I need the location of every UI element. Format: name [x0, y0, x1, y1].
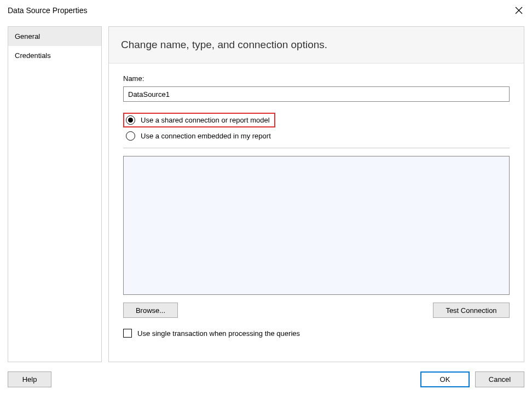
sidebar-item-label: General	[15, 32, 40, 40]
panel-body: Name: Use a shared connection or report …	[109, 63, 524, 362]
title-bar: Data Source Properties	[0, 0, 532, 21]
single-transaction-checkbox[interactable]: Use single transaction when processing t…	[123, 329, 510, 338]
name-input[interactable]	[123, 86, 510, 102]
sidebar-item-label: Credentials	[15, 51, 51, 60]
close-button[interactable]	[511, 3, 527, 18]
checkbox-label: Use single transaction when processing t…	[137, 329, 300, 338]
divider	[123, 148, 510, 148]
sidebar: General Credentials	[8, 26, 102, 362]
sidebar-item-credentials[interactable]: Credentials	[8, 46, 101, 65]
browse-button[interactable]: Browse...	[123, 303, 178, 318]
bottom-bar: Help OK Cancel	[8, 371, 524, 387]
bottom-right-buttons: OK Cancel	[420, 371, 524, 387]
connection-list[interactable]	[123, 156, 510, 295]
cancel-button[interactable]: Cancel	[475, 371, 524, 387]
radio-embedded-connection[interactable]: Use a connection embedded in my report	[123, 130, 275, 142]
content-panel: Change name, type, and connection option…	[108, 26, 524, 362]
radio-button-icon	[126, 131, 135, 141]
main-area: General Credentials Change name, type, a…	[8, 26, 524, 362]
test-connection-button[interactable]: Test Connection	[433, 303, 510, 318]
connection-type-radio-group: Use a shared connection or report model …	[123, 113, 510, 142]
close-icon	[515, 7, 523, 14]
window-title: Data Source Properties	[8, 6, 88, 15]
radio-shared-connection[interactable]: Use a shared connection or report model	[123, 113, 275, 127]
connection-button-row: Browse... Test Connection	[123, 303, 510, 318]
panel-heading: Change name, type, and connection option…	[109, 27, 524, 63]
ok-button[interactable]: OK	[420, 371, 470, 387]
radio-label: Use a shared connection or report model	[141, 116, 270, 124]
radio-button-icon	[126, 115, 135, 125]
name-label: Name:	[123, 74, 510, 83]
radio-label: Use a connection embedded in my report	[141, 132, 271, 140]
sidebar-item-general[interactable]: General	[8, 27, 101, 46]
help-button[interactable]: Help	[8, 371, 51, 387]
checkbox-icon	[123, 329, 132, 338]
